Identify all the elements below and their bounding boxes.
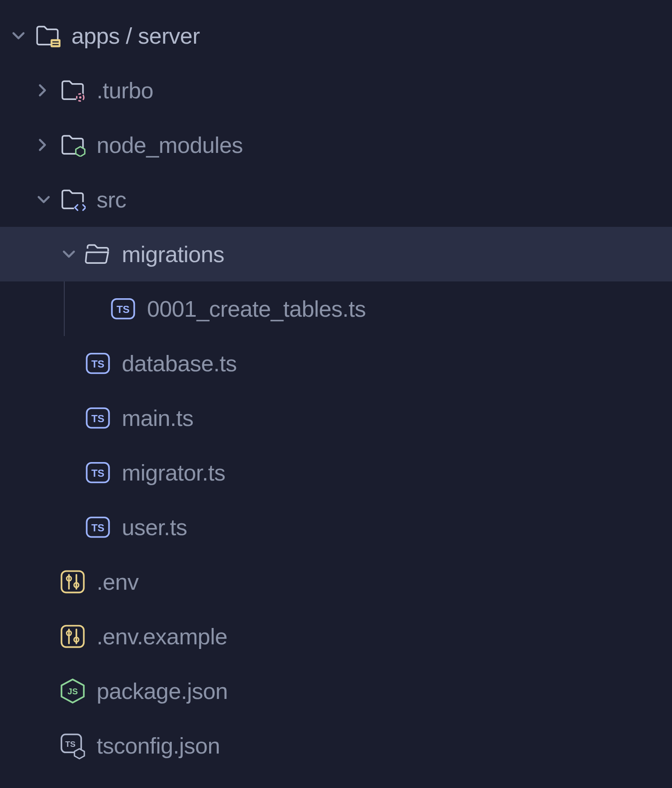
env-file-icon [60,623,86,649]
chevron-down-icon [8,26,29,46]
tree-item-label: package.json [97,678,228,704]
tree-item-label: 0001_create_tables.ts [147,296,366,322]
tree-item-src[interactable]: src [0,172,672,227]
typescript-file-icon [85,405,111,431]
env-file-icon [60,569,86,595]
folder-src-icon [60,186,86,213]
tree-item-label: src [97,186,126,213]
tree-item-turbo[interactable]: .turbo [0,63,672,118]
chevron-right-icon [34,135,54,155]
tree-item-label: migrations [122,241,224,267]
svg-point-17 [79,96,81,98]
chevron-down-icon [59,244,79,264]
typescript-file-icon [85,514,111,540]
tsconfig-file-icon [60,733,86,759]
tree-item-label: .env [97,569,139,595]
tree-item-file-main[interactable]: main.ts [0,391,672,445]
tree-item-label: main.ts [122,405,194,431]
tree-item-file-tsconfig[interactable]: tsconfig.json [0,718,672,773]
tree-item-file-env-example[interactable]: .env.example [0,609,672,664]
typescript-file-icon [110,296,136,322]
tree-item-label: node_modules [97,132,243,158]
folder-turbo-icon [60,77,86,103]
tree-item-migrations[interactable]: migrations [0,227,672,281]
svg-rect-12 [50,39,60,47]
tree-item-file-package[interactable]: package.json [0,664,672,718]
tree-item-label: database.ts [122,350,237,376]
folder-root-icon [34,23,60,49]
svg-marker-18 [76,147,84,157]
tree-item-file-migrator[interactable]: migrator.ts [0,445,672,500]
tree-item-label: .turbo [97,77,153,103]
typescript-file-icon [85,460,111,486]
tree-item-node-modules[interactable]: node_modules [0,118,672,172]
file-tree: apps / server .turbo node_modules [0,0,672,773]
indent-guide [64,281,84,336]
tree-item-file-database[interactable]: database.ts [0,336,672,391]
tree-item-file-0001[interactable]: 0001_create_tables.ts [0,281,672,336]
tree-item-label: user.ts [122,514,187,540]
tree-item-file-env[interactable]: .env [0,554,672,609]
folder-open-icon [85,241,111,267]
tree-item-label: apps / server [71,23,200,49]
tree-item-label: .env.example [97,623,227,649]
tree-item-file-user[interactable]: user.ts [0,500,672,554]
tree-item-label: tsconfig.json [97,733,220,759]
tree-item-root[interactable]: apps / server [0,8,672,63]
tree-item-label: migrator.ts [122,460,226,486]
folder-node-modules-icon [60,132,86,158]
nodejs-file-icon [60,678,86,704]
chevron-down-icon [34,189,54,210]
chevron-right-icon [34,80,54,100]
typescript-file-icon [85,350,111,376]
